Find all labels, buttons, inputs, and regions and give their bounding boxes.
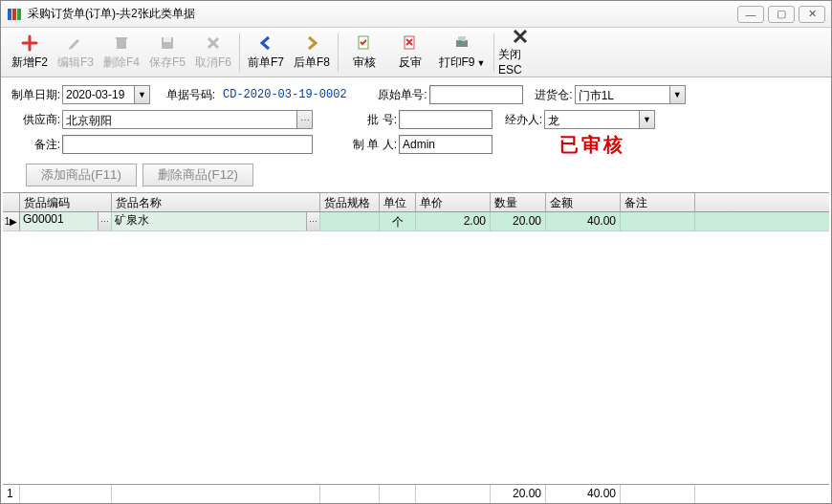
unaudit-button[interactable]: 反审 bbox=[387, 30, 433, 76]
close-button-toolbar[interactable]: 关闭ESC bbox=[497, 30, 543, 76]
ellipsis-icon[interactable]: ⋯ bbox=[306, 212, 319, 230]
maximize-button[interactable]: ▢ bbox=[768, 6, 795, 23]
warehouse-combo[interactable]: 门市1L ▼ bbox=[575, 85, 686, 104]
cell-name[interactable]: 矿泉水⋯ bbox=[112, 212, 320, 230]
edit-icon bbox=[66, 33, 85, 53]
chevron-down-icon[interactable]: ▼ bbox=[669, 86, 685, 103]
save-button[interactable]: 保存F5 bbox=[144, 30, 190, 76]
col-unit[interactable]: 单位 bbox=[380, 193, 416, 211]
chevron-down-icon[interactable]: ▼ bbox=[639, 111, 654, 128]
operator-label: 经办人: bbox=[500, 112, 542, 128]
col-code[interactable]: 货品编码 bbox=[20, 193, 112, 211]
cancel-button[interactable]: 取消F6 bbox=[190, 30, 236, 76]
main-window: 采购订货单(订单)-共2张此类单据 — ▢ ✕ 新增F2 编辑F3 删除F4 保… bbox=[0, 0, 832, 504]
footer-qty: 20.00 bbox=[491, 485, 546, 503]
prev-label: 前单F7 bbox=[248, 55, 284, 71]
supplier-label: 供应商: bbox=[11, 112, 60, 128]
remark-label: 备注: bbox=[11, 137, 60, 153]
delete-icon bbox=[112, 33, 131, 53]
table-row[interactable]: 1▶ G00001⋯ 矿泉水⋯ 个 2.00 20.00 40.00 bbox=[3, 212, 829, 231]
cell-spec[interactable] bbox=[320, 212, 380, 230]
cell-amount[interactable]: 40.00 bbox=[546, 212, 621, 230]
audit-label: 审核 bbox=[353, 55, 376, 71]
audit-button[interactable]: 审核 bbox=[341, 30, 387, 76]
toolbar-separator bbox=[239, 33, 240, 72]
next-label: 后单F8 bbox=[294, 55, 330, 71]
svg-point-11 bbox=[458, 40, 462, 44]
print-button[interactable]: 打印F9▼ bbox=[433, 30, 491, 76]
maker-input[interactable] bbox=[399, 135, 493, 154]
print-label: 打印F9▼ bbox=[439, 55, 486, 71]
orig-input[interactable] bbox=[429, 85, 523, 104]
operator-value: 龙 bbox=[545, 111, 639, 128]
new-label: 新增F2 bbox=[11, 55, 48, 71]
supplier-value: 北京朝阳 bbox=[63, 111, 296, 128]
col-remark[interactable]: 备注 bbox=[621, 193, 695, 211]
cell-price[interactable]: 2.00 bbox=[416, 212, 491, 230]
close-label: 关闭ESC bbox=[498, 47, 542, 77]
print-icon bbox=[452, 33, 471, 53]
titlebar: 采购订货单(订单)-共2张此类单据 — ▢ ✕ bbox=[1, 1, 831, 28]
grid-body[interactable]: 1▶ G00001⋯ 矿泉水⋯ 个 2.00 20.00 40.00 bbox=[3, 212, 829, 484]
docno-value: CD-2020-03-19-0002 bbox=[223, 88, 347, 101]
prev-button[interactable]: 前单F7 bbox=[243, 30, 289, 76]
toolbar-separator bbox=[493, 33, 494, 72]
window-title: 采购订货单(订单)-共2张此类单据 bbox=[28, 6, 737, 22]
date-value: 2020-03-19 bbox=[63, 86, 134, 103]
edit-label: 编辑F3 bbox=[57, 55, 94, 71]
col-amount[interactable]: 金额 bbox=[546, 193, 621, 211]
delete-label: 删除F4 bbox=[103, 55, 140, 71]
maker-label: 制 单 人: bbox=[343, 137, 397, 153]
cell-remark[interactable] bbox=[621, 212, 695, 230]
date-combo[interactable]: 2020-03-19 ▼ bbox=[62, 85, 150, 104]
batch-label: 批 号: bbox=[343, 112, 397, 128]
svg-rect-1 bbox=[12, 9, 16, 20]
app-icon bbox=[7, 7, 22, 22]
item-buttons: 添加商品(F11) 删除商品(F12) bbox=[1, 162, 831, 192]
chevron-down-icon[interactable]: ▼ bbox=[134, 86, 149, 103]
cell-code[interactable]: G00001⋯ bbox=[20, 212, 112, 230]
minimize-button[interactable]: — bbox=[737, 6, 764, 23]
svg-rect-2 bbox=[17, 9, 21, 20]
delete-item-button[interactable]: 删除商品(F12) bbox=[142, 164, 253, 186]
remark-input[interactable] bbox=[62, 135, 313, 154]
cell-unit[interactable]: 个 bbox=[380, 212, 416, 230]
svg-rect-4 bbox=[116, 37, 127, 39]
col-spec[interactable]: 货品规格 bbox=[320, 193, 380, 211]
audit-stamp: 已审核 bbox=[559, 132, 625, 158]
cell-qty[interactable]: 20.00 bbox=[491, 212, 546, 230]
toolbar: 新增F2 编辑F3 删除F4 保存F5 取消F6 前单F7 后单F8 bbox=[1, 28, 831, 77]
prev-icon bbox=[256, 33, 275, 53]
edit-button[interactable]: 编辑F3 bbox=[53, 30, 99, 76]
svg-rect-6 bbox=[164, 37, 171, 42]
col-qty[interactable]: 数量 bbox=[491, 193, 546, 211]
col-price[interactable]: 单价 bbox=[416, 193, 491, 211]
row-selector-header bbox=[3, 193, 20, 211]
warehouse-value: 门市1L bbox=[576, 86, 669, 103]
add-item-button[interactable]: 添加商品(F11) bbox=[26, 164, 137, 186]
row-indicator-icon: 1▶ bbox=[3, 212, 20, 230]
unaudit-label: 反审 bbox=[399, 55, 422, 71]
grid-footer: 120.0040.00 bbox=[3, 484, 829, 503]
next-icon bbox=[302, 33, 321, 53]
svg-rect-9 bbox=[456, 40, 468, 47]
svg-rect-0 bbox=[8, 9, 11, 20]
orig-label: 原始单号: bbox=[374, 87, 427, 103]
supplier-lookup[interactable]: 北京朝阳 ⋯ bbox=[62, 110, 313, 129]
operator-combo[interactable]: 龙 ▼ bbox=[544, 110, 655, 129]
plus-icon bbox=[20, 33, 39, 53]
footer-rownum: 1 bbox=[3, 485, 20, 503]
ellipsis-icon[interactable]: ⋯ bbox=[296, 111, 312, 128]
window-controls: — ▢ ✕ bbox=[737, 6, 825, 23]
ellipsis-icon[interactable]: ⋯ bbox=[98, 212, 111, 230]
next-button[interactable]: 后单F8 bbox=[289, 30, 335, 76]
close-button[interactable]: ✕ bbox=[799, 6, 825, 23]
grid-header: 货品编码货品名称货品规格单位单价数量金额备注 bbox=[3, 193, 829, 212]
col-name[interactable]: 货品名称 bbox=[112, 193, 320, 211]
batch-input[interactable] bbox=[399, 110, 493, 129]
toolbar-separator bbox=[338, 33, 339, 72]
new-button[interactable]: 新增F2 bbox=[7, 30, 53, 76]
cancel-icon bbox=[204, 33, 223, 53]
delete-button[interactable]: 删除F4 bbox=[99, 30, 144, 76]
save-label: 保存F5 bbox=[149, 55, 186, 71]
